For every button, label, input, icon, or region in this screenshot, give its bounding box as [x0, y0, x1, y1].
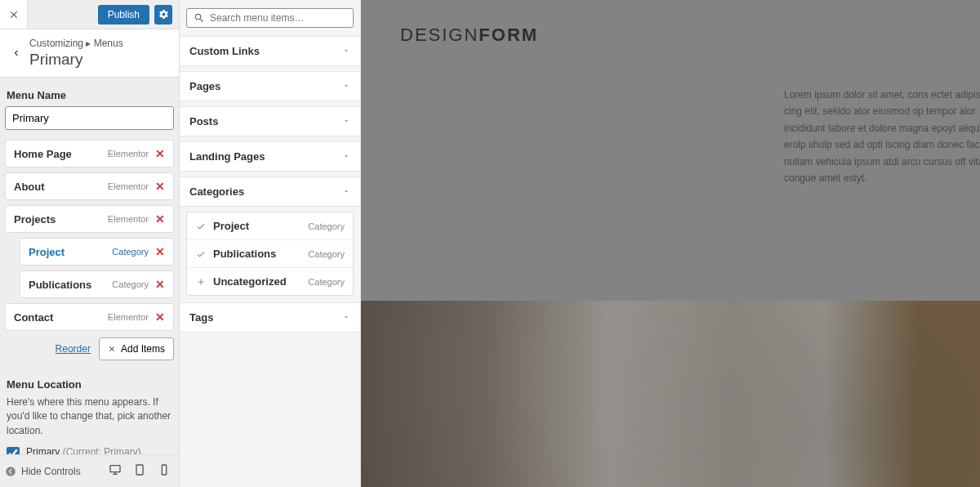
mobile-preview-button[interactable]	[158, 463, 171, 479]
accordion: Custom LinksPagesPostsLanding PagesCateg…	[180, 36, 360, 337]
menu-item-label: Publications	[29, 279, 91, 291]
accordion-label: Posts	[189, 115, 218, 127]
svg-point-0	[6, 467, 16, 476]
hide-controls-label: Hide Controls	[21, 466, 81, 477]
accordion-label: Landing Pages	[189, 150, 265, 163]
category-name: Project	[213, 220, 249, 232]
category-row[interactable]: PublicationsCategory	[187, 240, 353, 268]
menu-name-label: Menu Name	[5, 89, 174, 106]
caret-down-icon	[342, 80, 350, 92]
svg-rect-3	[162, 465, 166, 475]
check-icon	[195, 249, 207, 259]
menu-name-input[interactable]	[5, 106, 174, 130]
location-primary-label: Primary (Current: Primary)	[26, 446, 141, 454]
caret-down-icon	[342, 45, 350, 57]
caret-down-icon	[342, 115, 350, 127]
settings-button[interactable]	[154, 5, 172, 25]
menu-location-desc: Here's where this menu appears. If you'd…	[5, 395, 174, 438]
publish-button[interactable]: Publish	[98, 5, 149, 25]
add-items-label: Add Items	[121, 343, 165, 355]
accordion-section[interactable]: Landing Pages	[180, 141, 360, 172]
caret-down-icon	[342, 150, 350, 163]
caret-down-icon	[342, 311, 350, 324]
category-name: Uncategorized	[213, 275, 287, 288]
sidebar-heading: Customizing ▸ Menus Primary	[0, 29, 179, 78]
category-row[interactable]: ProjectCategory	[187, 212, 353, 240]
breadcrumb: Customizing ▸ Menus	[29, 38, 172, 49]
panel-title: Primary	[29, 51, 172, 69]
menu-item-remove[interactable]: ✕	[155, 212, 165, 226]
gear-icon	[158, 9, 169, 20]
menu-item[interactable]: AboutElementor✕	[5, 172, 174, 200]
search-box[interactable]	[186, 8, 354, 28]
close-icon	[108, 345, 116, 353]
add-items-button[interactable]: Add Items	[99, 337, 174, 360]
search-input[interactable]	[210, 12, 346, 24]
menu-item-remove[interactable]: ✕	[155, 311, 165, 324]
accordion-content: ProjectCategoryPublicationsCategoryUncat…	[180, 212, 360, 302]
accordion-label: Tags	[189, 311, 213, 324]
menu-item-label: Home Page	[14, 148, 72, 160]
menu-location-title: Menu Location	[5, 378, 174, 391]
accordion-section[interactable]: Tags	[180, 302, 360, 333]
menu-actions-row: Reorder Add Items	[5, 337, 174, 360]
menu-item-remove[interactable]: ✕	[155, 147, 165, 160]
reorder-link[interactable]: Reorder	[56, 343, 91, 355]
accordion-section[interactable]: Custom Links	[180, 36, 360, 66]
add-items-panel: Custom LinksPagesPostsLanding PagesCateg…	[180, 0, 361, 487]
device-preview-icons	[109, 463, 171, 479]
menu-item[interactable]: ContactElementor✕	[5, 303, 174, 331]
sidebar-top-actions: Publish	[28, 0, 179, 29]
menu-item-label: About	[14, 181, 45, 193]
hide-controls-button[interactable]: Hide Controls	[5, 466, 81, 477]
back-button[interactable]	[3, 47, 29, 59]
menu-item-type: Elementor	[108, 149, 149, 159]
tablet-preview-button[interactable]	[133, 463, 146, 479]
plus-icon	[195, 277, 207, 287]
menu-item[interactable]: PublicationsCategory✕	[20, 270, 174, 298]
site-brand: DESIGNFORM	[400, 25, 980, 46]
accordion-section[interactable]: Categories	[180, 176, 360, 207]
menu-item-remove[interactable]: ✕	[155, 245, 165, 258]
desktop-preview-button[interactable]	[109, 463, 122, 479]
sidebar-top: Publish	[0, 0, 179, 29]
sidebar-body: Menu Name Home PageElementor✕AboutElemen…	[0, 78, 179, 454]
menu-item-remove[interactable]: ✕	[155, 278, 165, 291]
svg-rect-2	[136, 465, 143, 475]
chevron-left-icon	[11, 47, 22, 59]
location-primary-option[interactable]: Primary (Current: Primary)	[5, 446, 174, 454]
site-preview: DESIGNFORM Lorem ipsum dolor sit amet, c…	[361, 0, 980, 487]
mobile-icon	[158, 463, 171, 476]
close-button[interactable]	[0, 0, 28, 29]
caret-up-icon	[342, 185, 350, 198]
menu-items-list: Home PageElementor✕AboutElementor✕Projec…	[5, 140, 174, 331]
sidebar-footer: Hide Controls	[0, 454, 179, 487]
check-icon	[195, 221, 207, 231]
location-primary-checkbox[interactable]	[7, 447, 20, 454]
menu-item-label: Project	[29, 246, 65, 258]
menu-item-label: Projects	[14, 213, 56, 226]
menu-item-label: Contact	[14, 311, 53, 324]
menu-item-type: Elementor	[108, 312, 149, 322]
accordion-label: Categories	[189, 185, 244, 198]
desktop-icon	[109, 463, 122, 476]
menu-item[interactable]: ProjectCategory✕	[20, 238, 174, 266]
menu-item[interactable]: Home PageElementor✕	[5, 140, 174, 168]
hero-text: Lorem ipsum dolor sit amet, cons ectet a…	[784, 87, 980, 186]
accordion-label: Custom Links	[189, 45, 260, 57]
accordion-section[interactable]: Posts	[180, 106, 360, 136]
category-type: Category	[308, 221, 345, 231]
category-list: ProjectCategoryPublicationsCategoryUncat…	[186, 212, 354, 296]
accordion-section[interactable]: Pages	[180, 71, 360, 101]
category-row[interactable]: UncategorizedCategory	[187, 268, 353, 295]
search-icon	[194, 12, 205, 24]
menu-item[interactable]: ProjectsElementor✕	[5, 205, 174, 233]
accordion-label: Pages	[189, 80, 220, 92]
menu-item-type: Elementor	[108, 214, 149, 224]
menu-item-remove[interactable]: ✕	[155, 180, 165, 193]
customizer-sidebar: Publish Customizing ▸ Menus Primary Menu…	[0, 0, 180, 487]
hero-image	[361, 301, 980, 487]
search-row	[180, 0, 360, 36]
menu-item-type: Category	[112, 247, 149, 257]
menu-item-type: Elementor	[108, 181, 149, 191]
